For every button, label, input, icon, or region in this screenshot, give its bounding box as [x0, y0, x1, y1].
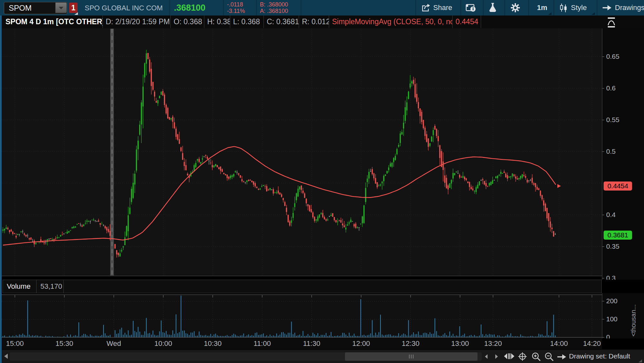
price-axis[interactable]: 0.65 0.6 0.55 0.5 0.4 0.35 0.30.44540.36… — [602, 28, 644, 280]
scroll-left-icon[interactable] — [484, 354, 489, 359]
sma-line — [3, 147, 556, 245]
price-tick — [602, 278, 604, 278]
price-axis-label: 0.35 — [606, 243, 619, 250]
top-toolbar: SPOM 1 SPO GLOBAL INC COM .368100 -.0118… — [0, 0, 644, 16]
volume-value: 53,170 — [37, 280, 64, 293]
time-axis-label: 11:30 — [297, 339, 326, 348]
volume-axis[interactable]: 200 100 0 — [602, 293, 644, 338]
sma-end-arrow — [557, 184, 561, 188]
analyze-button[interactable] — [488, 0, 498, 16]
gear-icon — [510, 3, 521, 13]
time-axis-label: 15:00 — [0, 339, 29, 348]
price-change: -.0118-3.11% — [227, 1, 245, 14]
style-button[interactable]: Style — [559, 0, 595, 16]
settings-button[interactable] — [510, 0, 521, 16]
symbol-input[interactable]: SPOM — [4, 2, 67, 14]
study-value: 0.4454 — [453, 16, 481, 28]
price-badge: 0.4454 — [604, 182, 632, 191]
drawing-set-selector[interactable]: Drawing set: Default — [569, 352, 630, 360]
pan-left-icon[interactable] — [3, 353, 9, 360]
chevron-down-icon[interactable] — [55, 3, 67, 13]
ohlc-date: D: 2/19/20 1:59 PM — [103, 16, 171, 28]
volume-panel[interactable] — [0, 295, 602, 337]
ohlc-range: R: 0.012 — [299, 16, 329, 28]
thumb-grip-icon — [409, 355, 413, 358]
chart-status-bar: SPOM 4 D 1m [OTC OTHER] D: 2/19/20 1:59 … — [0, 16, 644, 29]
symbol-value: SPOM — [9, 4, 32, 13]
dropdown-notch-icon — [592, 12, 595, 15]
scrollbar-thumb[interactable] — [345, 352, 478, 361]
time-axis-label: 15:30 — [50, 339, 79, 348]
price-tick — [602, 246, 604, 247]
drawings-button[interactable]: Drawings — [602, 0, 644, 16]
price-axis-label: 0.6 — [606, 84, 616, 92]
time-axis-label: 14:20 — [577, 339, 606, 348]
price-tick — [602, 57, 604, 57]
volume-unit-label: <thousan... — [630, 293, 637, 337]
time-axis-label: 10:00 — [149, 339, 178, 348]
volume-label[interactable]: Volume — [3, 280, 37, 293]
volume-axis-label: 0 — [606, 333, 610, 338]
dropdown-notch-icon — [548, 12, 552, 15]
ohlc-open: O: 0.368 — [171, 16, 204, 28]
scroll-right-icon[interactable] — [494, 354, 499, 359]
time-axis-label: 11:00 — [248, 339, 277, 348]
ohlc-high: H: 0.38 — [204, 16, 230, 28]
chart-scrollbar[interactable] — [10, 352, 482, 361]
price-tick — [602, 88, 604, 88]
ohlc-low: L: 0.368 — [230, 16, 264, 28]
company-name: SPO GLOBAL INC COM — [85, 4, 163, 12]
price-axis-label: 0.65 — [606, 53, 619, 60]
time-axis[interactable]: 15:0015:30Wed10:0010:3011:0011:3012:0012… — [0, 337, 602, 349]
corner-grip-icon — [74, 12, 78, 15]
price-axis-label: 0.4 — [606, 211, 616, 219]
wave-style-icon[interactable] — [606, 17, 617, 28]
volume-axis-label: 200 — [606, 297, 617, 305]
time-axis-label: 13:20 — [478, 339, 508, 348]
time-axis-label: 13:00 — [445, 339, 475, 348]
news-button[interactable] — [466, 0, 477, 16]
share-button[interactable]: Share — [421, 0, 452, 16]
volume-header: Volume 53,170 — [3, 280, 602, 293]
chart-title: SPOM 4 D 1m [OTC OTHER] — [3, 16, 103, 28]
study-label[interactable]: SimpleMovingAvg (CLOSE, 50, 0, no) — [329, 16, 453, 28]
price-axis-label: 0.5 — [606, 148, 616, 155]
bid-ask: B: .368000A: .368100 — [260, 1, 297, 14]
volume-axis-label: 100 — [606, 315, 617, 323]
time-axis-label: 10:30 — [198, 339, 227, 348]
time-axis-label: 14:00 — [544, 339, 574, 348]
candle-style-icon — [559, 3, 568, 13]
time-axis-label: 12:30 — [396, 339, 425, 348]
volume-tick — [602, 337, 604, 337]
price-tick — [602, 120, 604, 120]
dropdown-notch-icon — [639, 359, 642, 362]
volume-tick — [602, 319, 604, 319]
zoom-out-icon[interactable] — [544, 352, 554, 362]
trading-app-window: SPOM 1 SPO GLOBAL INC COM .368100 -.0118… — [0, 0, 644, 363]
panel-edge-strip — [0, 16, 2, 363]
price-tick — [602, 151, 604, 152]
time-axis-label: Wed — [99, 339, 128, 348]
price-axis-label: 0.55 — [606, 116, 619, 124]
candlestick-series — [2, 50, 556, 257]
bottom-toolbar: Drawing set: Default — [0, 349, 644, 363]
zoom-in-icon[interactable] — [531, 352, 541, 362]
volume-tick — [602, 301, 604, 301]
time-axis-label: 12:00 — [347, 339, 376, 348]
share-icon — [421, 3, 431, 13]
fit-pan-icon[interactable] — [503, 352, 515, 360]
price-chart[interactable] — [0, 28, 602, 276]
price-tick — [602, 215, 604, 215]
volume-bars — [3, 296, 556, 337]
timeframe-button[interactable]: 1m — [533, 0, 552, 16]
last-price: .368100 — [174, 3, 206, 13]
alert-badge[interactable]: 1 — [69, 3, 78, 13]
ohlc-close: C: 0.3681 — [264, 16, 299, 28]
price-badge: 0.3681 — [604, 231, 632, 240]
go-latest-icon[interactable] — [557, 353, 567, 361]
flask-icon — [488, 2, 498, 13]
crosshair-icon[interactable] — [518, 352, 527, 361]
price-axis-label: 0.3 — [606, 274, 616, 280]
news-info-icon — [466, 3, 477, 13]
arrow-right-icon — [602, 3, 612, 12]
